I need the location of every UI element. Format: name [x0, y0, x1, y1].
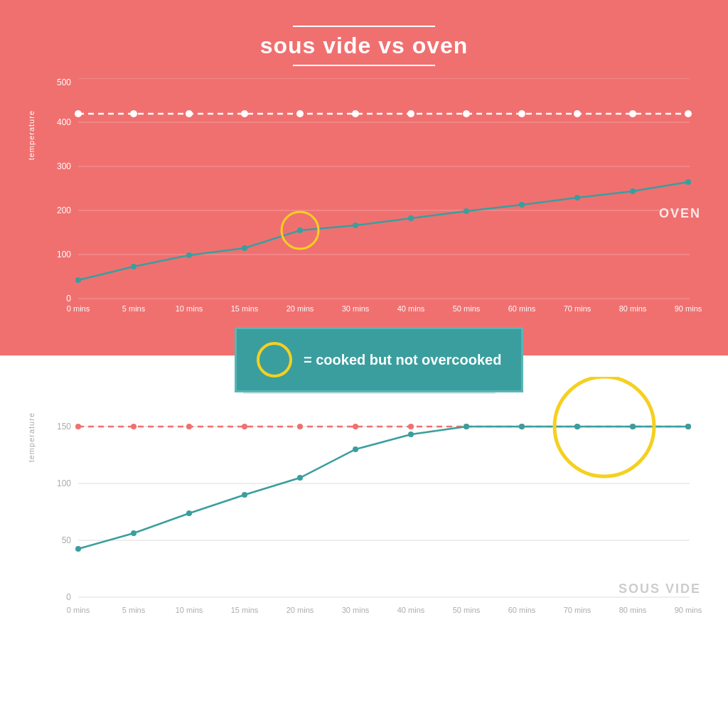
legend-box: = cooked but not overcooked: [235, 327, 523, 392]
svg-point-25: [463, 110, 470, 117]
svg-text:5 mins: 5 mins: [122, 304, 146, 313]
svg-text:90 mins: 90 mins: [675, 606, 702, 614]
sv-y-tick-100: 100: [57, 478, 71, 488]
svg-text:20 mins: 20 mins: [287, 606, 314, 614]
svg-point-77: [464, 424, 469, 429]
top-temp-label: temperature: [27, 110, 36, 160]
oven-chart: 0 100 200 300 400 500 0 mins 5 mins 10 m…: [36, 78, 718, 320]
svg-point-32: [186, 252, 192, 258]
svg-text:10 mins: 10 mins: [176, 304, 203, 313]
svg-point-37: [464, 208, 469, 214]
svg-point-76: [408, 432, 414, 437]
svg-text:30 mins: 30 mins: [342, 606, 370, 614]
svg-point-64: [408, 424, 414, 429]
svg-point-35: [353, 223, 358, 228]
svg-point-73: [242, 492, 247, 498]
sv-y-tick-50: 50: [62, 535, 72, 545]
svg-text:0 mins: 0 mins: [67, 304, 90, 313]
y-tick-200: 200: [57, 205, 71, 215]
svg-point-40: [630, 188, 636, 194]
svg-point-78: [519, 424, 525, 429]
svg-text:0 mins: 0 mins: [67, 606, 90, 614]
svg-text:10 mins: 10 mins: [176, 606, 203, 614]
svg-point-72: [186, 510, 192, 516]
food-temp-sousvide-line: [78, 427, 688, 549]
svg-point-36: [408, 215, 414, 221]
bottom-section: SOUS VIDE temperature 0 50 100 150 0 min…: [0, 355, 728, 728]
svg-text:50 mins: 50 mins: [453, 304, 481, 313]
svg-text:40 mins: 40 mins: [397, 304, 425, 313]
svg-point-33: [242, 245, 247, 251]
svg-point-59: [131, 424, 136, 429]
svg-point-62: [297, 424, 303, 429]
svg-point-26: [518, 110, 525, 117]
svg-text:70 mins: 70 mins: [564, 606, 592, 614]
y-tick-300: 300: [57, 161, 71, 171]
svg-point-70: [75, 546, 81, 552]
svg-point-23: [352, 110, 359, 117]
svg-point-80: [630, 424, 636, 429]
y-tick-500: 500: [57, 78, 71, 87]
svg-point-34: [297, 228, 303, 233]
svg-point-71: [131, 530, 136, 536]
y-tick-0: 0: [66, 294, 71, 304]
main-container: sous vide vs oven OVEN temperature 0 100…: [0, 0, 728, 728]
svg-point-38: [519, 202, 525, 208]
svg-text:90 mins: 90 mins: [675, 304, 702, 313]
svg-point-24: [407, 110, 414, 117]
svg-point-20: [186, 110, 193, 117]
main-title: sous vide vs oven: [260, 33, 469, 59]
svg-point-31: [131, 264, 136, 269]
svg-point-29: [685, 110, 692, 117]
svg-text:50 mins: 50 mins: [453, 606, 481, 614]
svg-point-28: [629, 110, 636, 117]
svg-text:70 mins: 70 mins: [564, 304, 592, 313]
svg-point-81: [685, 424, 691, 429]
svg-point-79: [574, 424, 580, 429]
svg-point-63: [353, 424, 358, 429]
svg-text:80 mins: 80 mins: [619, 304, 647, 313]
svg-text:60 mins: 60 mins: [508, 606, 536, 614]
title-line-bottom: [293, 65, 435, 66]
svg-text:15 mins: 15 mins: [231, 304, 259, 313]
svg-point-60: [186, 424, 192, 429]
svg-point-27: [574, 110, 581, 117]
svg-text:60 mins: 60 mins: [508, 304, 536, 313]
y-tick-100: 100: [57, 250, 71, 259]
svg-text:30 mins: 30 mins: [342, 304, 370, 313]
bottom-temp-label: temperature: [27, 412, 36, 462]
svg-point-22: [296, 110, 304, 117]
svg-text:20 mins: 20 mins: [287, 304, 314, 313]
svg-point-41: [685, 179, 691, 185]
top-section: sous vide vs oven OVEN temperature 0 100…: [0, 0, 728, 355]
sousvide-chart: 0 50 100 150 0 mins 5 mins 10 mins 15 mi…: [36, 377, 718, 633]
svg-point-18: [75, 110, 82, 117]
y-tick-400: 400: [57, 117, 71, 127]
svg-text:80 mins: 80 mins: [619, 606, 647, 614]
svg-point-21: [241, 110, 248, 117]
svg-point-74: [297, 475, 303, 481]
svg-text:15 mins: 15 mins: [231, 606, 259, 614]
svg-text:40 mins: 40 mins: [397, 606, 425, 614]
title-area: sous vide vs oven: [260, 0, 469, 72]
sv-y-tick-0: 0: [66, 592, 71, 602]
svg-point-19: [130, 110, 137, 117]
legend-circle-icon: [257, 342, 292, 378]
sv-y-tick-150: 150: [57, 422, 71, 432]
title-line-top: [293, 26, 435, 27]
food-temp-oven-line: [78, 182, 688, 280]
svg-point-39: [574, 195, 580, 200]
svg-point-75: [353, 446, 358, 452]
svg-point-58: [75, 424, 81, 429]
svg-point-30: [75, 277, 81, 283]
svg-point-61: [242, 424, 247, 429]
legend-text: = cooked but not overcooked: [304, 352, 501, 368]
svg-text:5 mins: 5 mins: [122, 606, 146, 614]
